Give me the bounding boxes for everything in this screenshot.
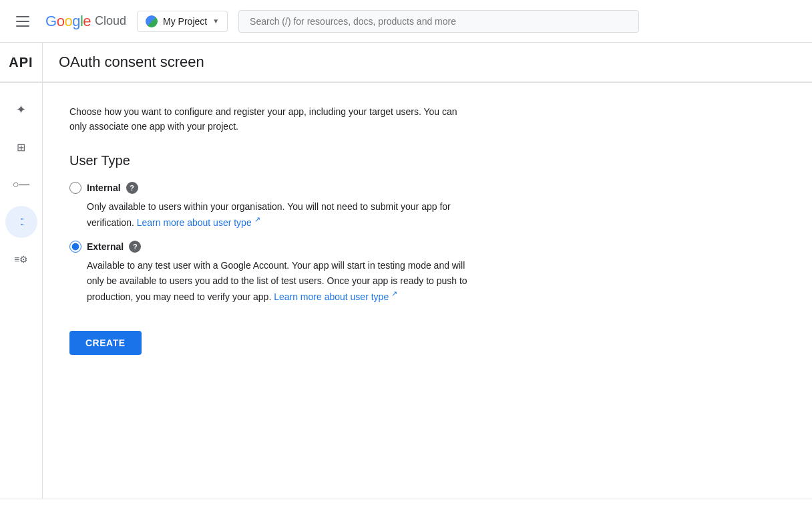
search-input[interactable] [238,10,639,33]
oauth-icon: ⁚⁚ [20,217,23,227]
google-cloud-logo[interactable]: Google Cloud [45,13,126,30]
internal-description: Only available to users within your orga… [87,199,474,230]
internal-option: Internal ? Only available to users withi… [69,182,785,230]
sidebar-item-settings[interactable]: ≡⚙ [5,243,37,275]
internal-label: Internal [87,182,121,193]
credentials-icon: ○— [13,178,30,190]
source-caption: Source image: wpbeginner.com [0,499,812,512]
sidebar-item-dashboard[interactable]: ✦ [5,94,37,126]
user-type-heading: User Type [69,153,785,168]
external-learn-more-link[interactable]: Learn more about user type ↗ [274,291,397,302]
internal-learn-more-link[interactable]: Learn more about user type ↗ [137,217,260,228]
sidebar: ✦ ⊞ ○— ⁚⁚ ≡⚙ [0,83,43,499]
external-link-icon-2: ↗ [391,289,397,297]
sidebar-item-credentials[interactable]: ○— [5,168,37,201]
external-description: Available to any test user with a Google… [87,258,474,304]
external-label: External [87,241,124,252]
sidebar-item-oauth[interactable]: ⁚⁚ [5,206,37,238]
internal-help-icon[interactable]: ? [126,182,138,194]
cloud-text: Cloud [95,14,126,28]
main-layout: ✦ ⊞ ○— ⁚⁚ ≡⚙ Choose how you want to conf… [0,83,812,499]
project-icon [146,15,158,27]
content-area: Choose how you want to configure and reg… [43,83,812,499]
products-icon: ⊞ [17,141,25,154]
sidebar-item-products[interactable]: ⊞ [5,131,37,163]
settings-icon: ≡⚙ [14,254,28,265]
project-label: My Project [163,16,207,27]
chevron-down-icon: ▼ [212,17,219,25]
external-option: External ? Available to any test user wi… [69,241,785,304]
api-label: API [0,43,43,82]
internal-radio-label[interactable]: Internal ? [69,182,785,194]
internal-radio[interactable] [69,182,81,194]
header-row: API OAuth consent screen [0,43,812,83]
top-nav: Google Cloud My Project ▼ [0,0,812,43]
description-text: Choose how you want to configure and reg… [69,104,470,134]
dashboard-icon: ✦ [16,102,26,117]
project-selector[interactable]: My Project ▼ [137,11,228,32]
external-link-icon: ↗ [254,215,260,223]
create-button[interactable]: CREATE [69,331,142,355]
external-help-icon[interactable]: ? [129,241,141,253]
external-radio-label[interactable]: External ? [69,241,785,253]
hamburger-menu[interactable] [11,11,35,32]
page-title: OAuth consent screen [43,43,812,82]
external-radio[interactable] [69,241,81,253]
